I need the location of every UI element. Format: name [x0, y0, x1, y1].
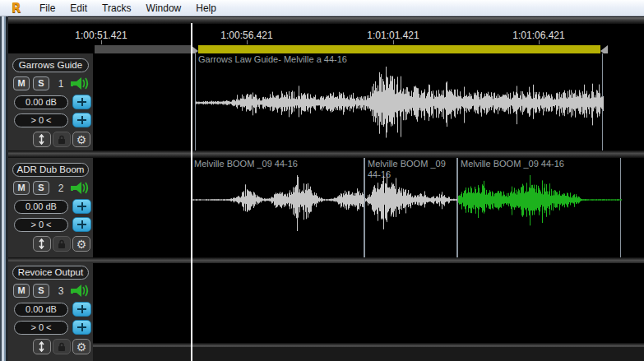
ruler-tick: [101, 40, 102, 44]
gain-field[interactable]: 0.00 dB: [14, 303, 68, 317]
gear-icon: ⚙: [76, 238, 87, 250]
app-logo-icon: R: [12, 2, 25, 15]
lock-icon: [57, 342, 67, 352]
lock-icon: [57, 239, 67, 249]
gain-add-button[interactable]: [72, 95, 91, 109]
track-header-garrows-guide: Garrows Guide M S 1 0.00 dB > 0 <: [8, 53, 93, 150]
ruler-timestamp: 1:00:51.421: [75, 30, 127, 41]
gear-icon: ⚙: [76, 134, 87, 146]
track-header-revoice-output: Revoice Output M S 3 0.00 dB > 0 <: [8, 263, 93, 361]
audio-clip[interactable]: Melville BOOM _09 44-16: [191, 158, 364, 257]
pan-field[interactable]: > 0 <: [14, 218, 68, 232]
up-down-arrows-icon: [36, 134, 48, 145]
lock-button[interactable]: [53, 236, 71, 252]
up-down-arrows-icon: [36, 341, 48, 352]
menu-item-window[interactable]: Window: [139, 1, 189, 16]
timeline-ruler[interactable]: 1:00:51.421 1:00:56.421 1:01:01.421 1:01…: [8, 23, 644, 45]
audio-clip[interactable]: Melville BOOM _09 44-16: [457, 158, 621, 257]
gain-add-button[interactable]: [72, 199, 91, 214]
ruler-tick: [247, 40, 248, 44]
lock-button[interactable]: [53, 132, 71, 147]
reorder-button[interactable]: [33, 132, 51, 147]
waveform: [365, 158, 458, 257]
speaker-icon[interactable]: [71, 181, 90, 195]
solo-button[interactable]: S: [33, 76, 49, 90]
waveform: [192, 158, 365, 257]
track-number: 1: [54, 78, 67, 90]
menu-shadow-band: [0, 17, 644, 24]
gain-field[interactable]: 0.00 dB: [14, 200, 68, 214]
settings-button[interactable]: ⚙: [72, 339, 90, 354]
track-lane-adr-dub-boom[interactable]: Melville BOOM _09 44-16Melville BOOM _09…: [93, 158, 644, 257]
track-lane-garrows-guide[interactable]: Garrows Law Guide- Melville a 44-16: [93, 53, 644, 150]
bottom-strip: [8, 347, 644, 361]
settings-button[interactable]: ⚙: [72, 236, 90, 252]
workspace: 1:00:51.421 1:00:56.421 1:01:01.421 1:01…: [8, 23, 644, 361]
menu-item-file[interactable]: File: [32, 1, 63, 16]
pan-field[interactable]: > 0 <: [14, 113, 68, 127]
app-window: R File Edit Tracks Window Help 1:00:51.4…: [0, 0, 644, 361]
track-number: 2: [54, 183, 67, 194]
pan-add-button[interactable]: [72, 217, 91, 232]
audio-clip[interactable]: Garrows Law Guide- Melville a 44-16: [195, 53, 603, 150]
reorder-button[interactable]: [33, 236, 51, 252]
track-name-button[interactable]: Revoice Output: [12, 266, 89, 280]
menu-item-tracks[interactable]: Tracks: [95, 1, 139, 16]
menu-item-edit[interactable]: Edit: [63, 1, 95, 16]
mute-button[interactable]: M: [13, 76, 30, 90]
mute-button[interactable]: M: [13, 284, 30, 298]
speaker-icon[interactable]: [71, 76, 90, 90]
solo-button[interactable]: S: [33, 284, 49, 298]
ruler-tick: [393, 40, 394, 44]
menu-bar: R File Edit Tracks Window Help: [0, 0, 644, 16]
audio-clip[interactable]: Melville BOOM _09 44-16: [364, 158, 457, 257]
pan-field[interactable]: > 0 <: [14, 321, 68, 335]
waveform: [458, 158, 622, 257]
track-lane-revoice-output[interactable]: [93, 263, 644, 343]
ruler-timestamp: 1:01:06.421: [512, 30, 564, 41]
track-separator: [8, 150, 644, 158]
reorder-button[interactable]: [33, 339, 51, 354]
ruler-tick: [539, 40, 540, 44]
track-header-adr-dub-boom: ADR Dub Boom M S 2 0.00 dB > 0 <: [8, 158, 93, 257]
settings-button[interactable]: ⚙: [72, 132, 90, 147]
mute-button[interactable]: M: [13, 181, 30, 195]
gear-icon: ⚙: [76, 341, 87, 353]
track-name-button[interactable]: Garrows Guide: [12, 58, 89, 72]
pan-add-button[interactable]: [72, 113, 91, 127]
track-name-button[interactable]: ADR Dub Boom: [12, 163, 89, 177]
ruler-timestamp: 1:00:56.421: [220, 30, 272, 41]
track-number: 3: [54, 285, 67, 297]
menu-item-help[interactable]: Help: [188, 1, 224, 16]
pan-add-button[interactable]: [72, 320, 91, 335]
solo-button[interactable]: S: [33, 181, 49, 195]
ruler-timestamp: 1:01:01.421: [367, 30, 419, 41]
speaker-icon[interactable]: [71, 284, 90, 298]
waveform: [196, 53, 604, 150]
window-left-border: [0, 0, 8, 361]
playhead-cursor[interactable]: [191, 23, 192, 361]
up-down-arrows-icon: [36, 238, 48, 249]
lock-icon: [57, 135, 67, 145]
gain-add-button[interactable]: [72, 302, 91, 317]
gain-field[interactable]: 0.00 dB: [14, 95, 68, 109]
lock-button[interactable]: [53, 339, 71, 354]
